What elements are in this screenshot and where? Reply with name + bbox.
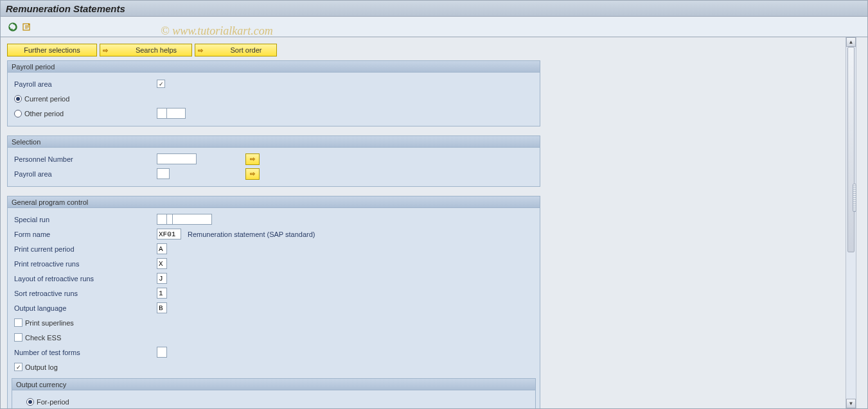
print-superlines-checkbox[interactable] [14,318,22,327]
test-forms-label: Number of test forms [14,349,157,356]
payroll-area-sel-field[interactable] [157,168,170,179]
output-log-checkbox[interactable]: ✓ [14,363,22,371]
arrow-right-icon: ⇨ [103,47,108,54]
inner-scrollbar[interactable]: ▲ ▼ [846,37,856,408]
form-name-description: Remuneration statement (SAP standard) [188,231,315,238]
group-header: Output currency [12,379,535,390]
print-retro-field[interactable] [157,258,167,269]
other-period-field2[interactable] [166,108,186,119]
general-program-control-group: General program control Special run Form… [7,196,540,408]
app-toolbar [0,17,868,37]
form-name-field[interactable] [157,229,181,239]
for-period-label: For-period [37,398,69,406]
scroll-up-icon[interactable]: ▲ [846,37,856,47]
search-helps-button[interactable]: ⇨ Search helps [100,44,192,57]
payroll-area-label: Payroll area [14,80,157,88]
sort-retro-field[interactable] [157,288,167,299]
scroll-thumb[interactable] [847,47,855,252]
multiple-selection-button[interactable]: ⇨ [245,168,260,180]
outer-frame: Further selections ⇨ Search helps ⇨ Sort… [0,37,868,409]
personnel-number-field[interactable] [157,153,197,164]
test-forms-field[interactable] [157,347,167,358]
output-lang-field[interactable] [157,302,167,313]
page-title: Remuneration Statements [6,3,125,14]
multiple-selection-button[interactable]: ⇨ [245,153,260,165]
other-period-radio[interactable] [14,110,22,117]
payroll-area-sel-label: Payroll area [14,170,157,178]
svg-point-0 [9,23,17,31]
special-run-label: Special run [14,216,157,223]
check-ess-checkbox[interactable] [14,333,22,342]
get-variant-icon[interactable] [21,21,33,33]
special-run-field3[interactable] [172,214,212,225]
further-selections-label: Further selections [8,46,96,54]
print-current-label: Print current period [14,245,157,253]
for-period-radio[interactable] [26,398,34,406]
group-header: Payroll period [8,61,540,73]
special-run-field1[interactable] [157,214,167,225]
splitter-handle[interactable] [853,184,856,212]
title-bar: Remuneration Statements [0,0,868,17]
group-header: Selection [8,136,540,148]
action-row: Further selections ⇨ Search helps ⇨ Sort… [7,44,839,57]
output-lang-label: Output language [14,304,157,312]
print-current-field[interactable] [157,243,167,254]
form-name-label: Form name [14,231,157,238]
payroll-area-checkbox[interactable]: ✓ [157,80,165,88]
current-period-radio[interactable] [14,95,22,103]
output-currency-group: Output currency For-period In-Period [12,378,536,408]
other-period-field1[interactable] [157,108,167,119]
scrollbar-gap [856,37,867,408]
payroll-period-group: Payroll period Payroll area ✓ Current pe… [7,60,540,126]
sort-retro-label: Sort retroactive runs [14,290,157,297]
current-period-label: Current period [24,95,69,103]
check-ess-label: Check ESS [25,334,61,342]
arrow-right-icon: ⇨ [198,47,203,54]
sort-order-label: Sort order [216,46,276,54]
sort-order-button[interactable]: ⇨ Sort order [195,44,277,57]
print-superlines-label: Print superlines [25,319,74,327]
search-helps-label: Search helps [121,46,191,54]
personnel-number-label: Personnel Number [14,155,157,163]
scroll-down-icon[interactable]: ▼ [846,399,856,408]
layout-retro-field[interactable] [157,273,167,284]
further-selections-button[interactable]: Further selections [7,44,97,57]
print-retro-label: Print retroactive runs [14,260,157,268]
execute-icon[interactable] [7,21,19,33]
output-log-label: Output log [25,363,58,371]
group-header: General program control [8,196,540,208]
other-period-label: Other period [24,110,157,117]
content-area: Further selections ⇨ Search helps ⇨ Sort… [1,37,846,408]
layout-retro-label: Layout of retroactive runs [14,275,157,283]
selection-group: Selection Personnel Number ⇨ Payroll are… [7,135,540,187]
scroll-track[interactable] [846,47,856,399]
